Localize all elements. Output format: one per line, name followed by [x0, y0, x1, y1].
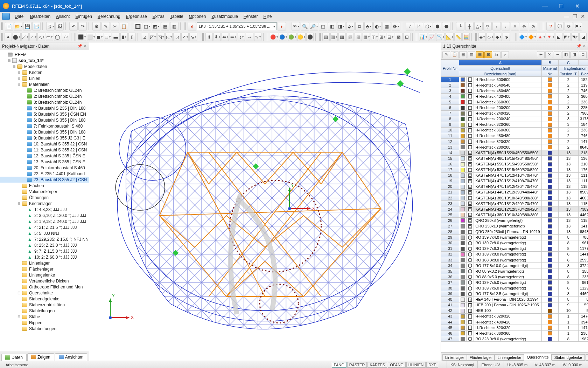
zoom-fit-button[interactable]: 🔍	[301, 22, 309, 30]
tool-button[interactable]: 📏	[454, 33, 462, 41]
tool-button[interactable]: 🔷	[519, 33, 527, 41]
help-button[interactable]: ?	[546, 22, 555, 30]
table-row[interactable]: 43 H-Rechteck 320/320 1 147499690 873813…	[441, 313, 588, 319]
tool-button[interactable]: ◢	[579, 33, 587, 41]
tool-button[interactable]: ▽	[483, 22, 492, 30]
tool-button[interactable]: ⊿	[141, 33, 148, 41]
tool-button[interactable]: ⊞	[379, 33, 386, 41]
tool-button[interactable]: ◐	[373, 22, 382, 30]
table-row[interactable]: 45 H-Rechteck 320/320 1 147499690 873813…	[441, 325, 588, 330]
table-row[interactable]: 30 RO 139.7x8.0 (warmgefertigt) 8 961000…	[441, 240, 588, 246]
tool-button[interactable]: 🔴	[270, 33, 278, 41]
menu-ergebnisse[interactable]: Ergebnisse	[123, 13, 150, 20]
tool-button[interactable]: ◆	[495, 33, 502, 41]
navigator-tree[interactable]: RFEM⊟sdo_tob_14*⊟Modelldaten⊞Knoten⊞Lini…	[0, 50, 89, 351]
table-row[interactable]: 38 RO 139.7x6.0 (warmgefertigt) 8 112900…	[441, 285, 588, 291]
tree-node[interactable]: Stabendgelenke	[0, 296, 89, 302]
maximize-button[interactable]: ☐	[553, 1, 569, 11]
table-row[interactable]: 9 H-Rechteck 320/360 3 184361800 1244160…	[441, 122, 588, 127]
redo-button[interactable]: ↷	[78, 22, 87, 30]
menu-hilfe[interactable]: Hilfe	[261, 13, 275, 20]
table-tool-button[interactable]: ⇥	[554, 51, 561, 58]
table-row[interactable]: 31 RO 139.7x6.3 (warmgefertigt) 8 117700…	[441, 246, 588, 251]
bottom-tab-stabendgelenke[interactable]: Stabendgelenke	[552, 354, 585, 361]
tree-node[interactable]: ▲5: 5; JJJ NNJ	[0, 230, 89, 236]
tool-button[interactable]: ⬛	[78, 33, 86, 41]
table-tool-button[interactable]: ◧	[562, 51, 570, 58]
tree-node[interactable]: ▲2: 3,6,10; Z 120.0 °; JJJ JJJ	[0, 212, 89, 218]
menu-berechnung[interactable]: Berechnung	[95, 13, 123, 20]
tool-button[interactable]: ⬤	[13, 33, 21, 41]
tool-button[interactable]: ⧈	[355, 22, 364, 30]
tool-button[interactable]: ⬆	[205, 33, 213, 41]
menu-bearbeiten[interactable]: Bearbeiten	[27, 13, 53, 20]
table-row[interactable]: 18 KASTEN(A) 470/15/12/410/470/470/ 13 1…	[441, 172, 588, 178]
tool-button[interactable]: 🔵	[279, 33, 287, 41]
menu-einfügen[interactable]: Einfügen	[72, 13, 94, 20]
close-button[interactable]: ✕	[569, 1, 585, 11]
table-row[interactable]: 11 H-Rechteck 480/480 2 746717184 442368…	[441, 133, 588, 138]
tool-button[interactable]: ▥	[330, 33, 338, 41]
table-tool-button[interactable]: fx	[493, 51, 500, 58]
tree-node[interactable]: 7: Feinkornbaustahl S 460	[0, 123, 89, 129]
tree-node[interactable]: ⊞Stäbe	[0, 314, 89, 320]
table-row[interactable]: 20 KASTEN(A) 470/15/12/420/470/470/ 13 1…	[441, 184, 588, 189]
tool-button[interactable]: ⬗	[503, 33, 510, 41]
tool-button[interactable]: ⬣	[442, 22, 450, 30]
table-row[interactable]: 21 KASTEN(A) 440/12/12/390/440/440/ 13 8…	[441, 189, 588, 195]
tool-button[interactable]: ⟋	[29, 33, 37, 41]
tool-button[interactable]: ▩	[383, 22, 391, 30]
tree-node[interactable]: Linienlager	[0, 260, 89, 266]
table-row[interactable]: 23 KASTEN(A) 470/15/12/420/470/470/ 13 1…	[441, 201, 588, 206]
table-row[interactable]: 15 KASTEN(A) 480/15/15/420/480/480/ 13 1…	[441, 156, 588, 161]
table-row[interactable]: 36 RO 88.9x5.0 (warmgefertigt) 8 2330000…	[441, 274, 588, 280]
tool-button[interactable]: △	[474, 22, 483, 30]
tree-node[interactable]: 6: Baustahl S 355 | DIN 188	[0, 117, 89, 123]
bottom-tab-liniengelenke[interactable]: Liniengelenke	[495, 354, 524, 361]
tool-button[interactable]: ▭	[46, 33, 53, 41]
tool-button[interactable]: ◨	[337, 22, 345, 30]
zoom-button[interactable]: 🔎	[310, 22, 318, 30]
tool-button[interactable]: ▤	[322, 33, 330, 41]
table-tool-button[interactable]: ⌕	[501, 51, 509, 58]
tool-button[interactable]: ⬜	[87, 33, 95, 41]
table-row[interactable]: 41 HEB 200 | Ferona - DIN 1025-2:1995 9 …	[441, 302, 588, 308]
tree-node[interactable]: Stabbettungen	[0, 326, 89, 332]
tool-button[interactable]: ◯	[54, 33, 61, 41]
tree-node[interactable]: ⊟sdo_tob_14*	[0, 57, 89, 63]
tree-node[interactable]: ⊞Querschnitte	[0, 290, 89, 296]
tool-button[interactable]: ◣	[555, 33, 562, 41]
tree-node[interactable]: Stabteilungen	[0, 308, 89, 314]
tree-node[interactable]: Flächen	[0, 183, 89, 189]
tree-node[interactable]: Veränderliche Dicken	[0, 278, 89, 284]
tool-button[interactable]: ▬	[112, 33, 119, 41]
tool-button[interactable]: ▦	[338, 33, 346, 41]
table-row[interactable]: 1 H-Rechteck 600/600 2 182304000 1080000…	[441, 77, 588, 82]
table-row[interactable]: 37 RO 139.7x5.0 (warmgefertigt) 8 961000…	[441, 280, 588, 285]
table-row[interactable]: 2 H-Rechteck 540/540 2 119609654 7085879…	[441, 82, 588, 88]
table-tool-button[interactable]: ▥	[468, 51, 475, 58]
table-row[interactable]: 32 RO 139.7x8.0 (warmgefertigt) 8 144100…	[441, 251, 588, 257]
status-toggle-ofang[interactable]: OFANG	[388, 362, 406, 368]
cross-section-table[interactable]: Profil Nr. ABCD QuerschnittMaterialTrägh…	[441, 59, 588, 352]
tree-node[interactable]: ⊞Knoten	[0, 69, 89, 75]
table-tool-button[interactable]: ▤	[459, 51, 467, 58]
mdi-restore-icon[interactable]: ❐	[573, 13, 577, 20]
app-menu-button[interactable]	[2, 13, 10, 20]
tool-button[interactable]: ↕	[238, 33, 245, 41]
tab-zeigen[interactable]: Zeigen	[27, 353, 54, 361]
menu-tabelle[interactable]: Tabelle	[167, 13, 186, 20]
tool-button[interactable]: ⟳	[565, 22, 573, 30]
lk-next-button[interactable]: ⏵	[278, 22, 286, 30]
loadcase-combo[interactable]: LK8 - 1.35*ZS1 + 1.05*ZS5 + 1.05*ZS6 ...	[197, 22, 277, 30]
mdi-close-icon[interactable]: ✕	[581, 13, 585, 20]
table-row[interactable]: 4 H-Rechteck 400/400 2 360106666 2133333…	[441, 94, 588, 99]
tree-node[interactable]: 9: Baustahl S 355 J2 G3 | E	[0, 135, 89, 141]
tool-button[interactable]: └	[456, 22, 464, 30]
tree-node[interactable]: ▲4: 21; Z 21.5 °; JJJ JJJ	[0, 224, 89, 230]
pin-icon[interactable]: 📌	[576, 44, 581, 48]
status-toggle-hlinien[interactable]: HLINIEN	[406, 362, 426, 368]
tool-button[interactable]: ✂	[111, 22, 119, 30]
tool-button[interactable]: ✎	[102, 22, 110, 30]
menu-extras[interactable]: Extras	[150, 13, 167, 20]
